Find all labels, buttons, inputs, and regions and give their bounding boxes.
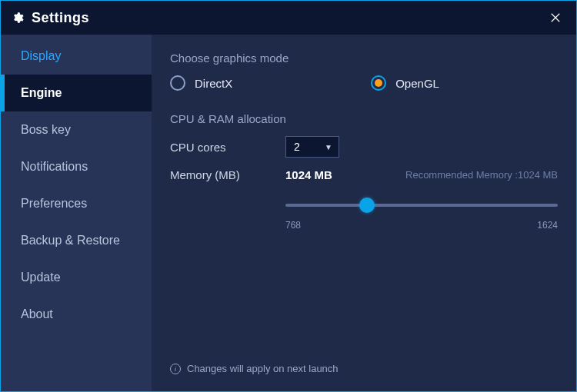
sidebar-item-label: Notifications	[21, 160, 88, 174]
radio-circle-icon	[371, 75, 386, 91]
radio-label: OpenGL	[395, 77, 439, 90]
window-title: Settings	[32, 10, 89, 26]
sidebar-item-label: Backup & Restore	[21, 234, 120, 247]
memory-slider-thumb[interactable]	[359, 198, 375, 213]
recommended-memory-text: Recommended Memory :1024 MB	[405, 169, 558, 181]
footer-note: i Changes will apply on next launch	[170, 363, 558, 382]
allocation-title: CPU & RAM allocation	[170, 112, 558, 125]
memory-value: 1024 MB	[285, 168, 332, 181]
graphics-mode-title: Choose graphics mode	[170, 51, 558, 65]
sidebar-item-notifications[interactable]: Notifications	[1, 148, 152, 185]
sidebar-item-engine[interactable]: Engine	[1, 75, 152, 111]
sidebar-item-backup-restore[interactable]: Backup & Restore	[1, 222, 152, 259]
chevron-down-icon: ▼	[325, 143, 332, 151]
slider-max-label: 1624	[537, 220, 558, 231]
radio-directx[interactable]: DirectX	[170, 75, 232, 91]
gear-icon	[12, 12, 24, 24]
sidebar-item-label: Engine	[21, 86, 62, 100]
sidebar-item-label: About	[21, 307, 53, 321]
slider-min-label: 768	[285, 220, 301, 231]
cpu-cores-label: CPU cores	[170, 141, 285, 154]
footer-note-text: Changes will apply on next launch	[187, 363, 339, 374]
cpu-cores-select[interactable]: 2 ▼	[285, 136, 339, 158]
sidebar: Display Engine Boss key Notifications Pr…	[1, 35, 152, 391]
sidebar-item-update[interactable]: Update	[1, 259, 152, 296]
sidebar-item-label: Preferences	[21, 197, 87, 211]
cpu-row: CPU cores 2 ▼	[170, 136, 558, 158]
sidebar-item-display[interactable]: Display	[1, 38, 152, 75]
info-icon: i	[170, 364, 181, 374]
sidebar-item-preferences[interactable]: Preferences	[1, 185, 152, 222]
graphics-mode-radios: DirectX OpenGL	[170, 75, 558, 91]
sidebar-item-boss-key[interactable]: Boss key	[1, 111, 152, 148]
radio-circle-icon	[170, 75, 185, 91]
sidebar-item-label: Update	[21, 271, 61, 284]
memory-slider-track[interactable]	[285, 198, 558, 212]
memory-row: Memory (MB) 1024 MB Recommended Memory :…	[170, 168, 558, 181]
radio-label: DirectX	[195, 77, 232, 90]
memory-label: Memory (MB)	[170, 168, 285, 181]
close-button[interactable]	[545, 8, 565, 28]
sidebar-item-about[interactable]: About	[1, 296, 152, 333]
settings-window: Settings Display Engine Boss key Notific…	[0, 0, 577, 392]
main-panel: Choose graphics mode DirectX OpenGL CPU …	[152, 35, 576, 391]
titlebar: Settings	[1, 1, 576, 35]
radio-opengl[interactable]: OpenGL	[371, 75, 439, 91]
memory-slider: 768 1624	[285, 198, 558, 231]
cpu-cores-value: 2	[294, 141, 300, 153]
sidebar-item-label: Boss key	[21, 123, 71, 137]
sidebar-item-label: Display	[21, 49, 61, 63]
